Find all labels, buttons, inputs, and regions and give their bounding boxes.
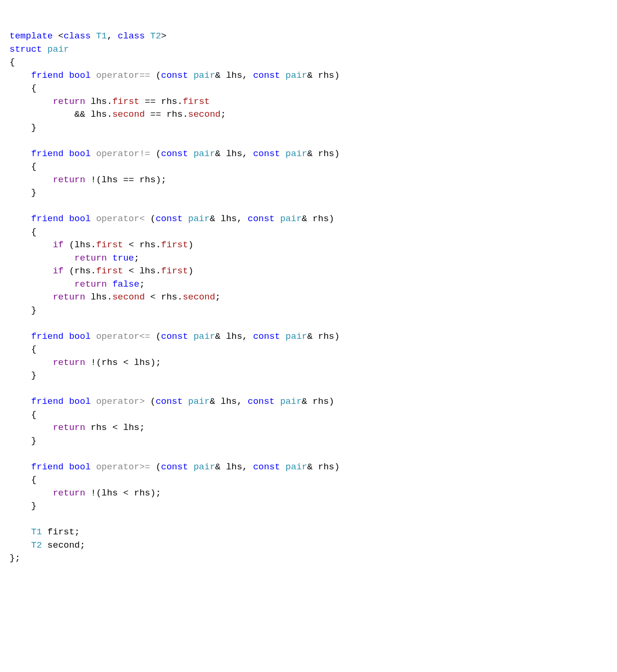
keyword-bool: bool [69, 396, 91, 407]
type-pair: pair [280, 396, 302, 407]
keyword-bool: bool [69, 214, 91, 224]
keyword-const: const [253, 149, 280, 159]
type-T1: T1 [31, 527, 42, 537]
keyword-friend: friend [31, 396, 64, 407]
member-second: second [112, 109, 145, 120]
type-pair: pair [286, 70, 308, 81]
member-second: second [188, 109, 220, 120]
keyword-const: const [161, 331, 188, 342]
member-first: first [161, 266, 188, 276]
type-pair: pair [47, 44, 69, 55]
member-first: first [161, 240, 188, 250]
keyword-const: const [253, 462, 280, 472]
param-lhs: lhs [221, 214, 237, 224]
id-lhs: lhs [91, 109, 107, 120]
id-lhs: lhs [91, 292, 107, 302]
type-pair: pair [188, 214, 210, 224]
param-rhs: rhs [318, 462, 334, 472]
keyword-const: const [253, 331, 280, 342]
member-second: second [183, 292, 215, 302]
keyword-return: return [53, 357, 85, 368]
id-rhs: rhs [161, 96, 177, 107]
type-pair: pair [286, 331, 308, 342]
param-lhs: lhs [226, 331, 242, 342]
keyword-return: return [53, 422, 85, 433]
id-rhs: rhs [140, 175, 156, 185]
keyword-true: true [112, 253, 134, 263]
id-lhs: lhs [140, 266, 156, 276]
param-rhs: rhs [318, 331, 334, 342]
keyword-friend: friend [31, 70, 64, 81]
type-pair: pair [194, 331, 215, 342]
keyword-return: return [53, 488, 85, 498]
keyword-const: const [253, 70, 280, 81]
keyword-if: if [53, 266, 64, 276]
member-first: first [96, 266, 123, 276]
member-first: first [183, 96, 210, 107]
keyword-return: return [53, 292, 85, 302]
type-T2: T2 [31, 540, 42, 551]
keyword-return: return [53, 175, 85, 185]
keyword-const: const [161, 462, 188, 472]
param-lhs: lhs [226, 70, 242, 81]
param-rhs: rhs [318, 70, 334, 81]
keyword-template: template [9, 31, 53, 41]
keyword-const: const [248, 396, 275, 407]
member-decl-first: first [47, 527, 75, 537]
keyword-class: class [64, 31, 91, 41]
member-first: first [112, 96, 140, 107]
param-lhs: lhs [226, 149, 242, 159]
member-second: second [112, 292, 145, 302]
keyword-bool: bool [69, 149, 91, 159]
type-pair: pair [280, 214, 302, 224]
keyword-return: return [53, 96, 85, 107]
id-lhs: lhs [91, 96, 107, 107]
func-operator-lt: operator< [96, 214, 145, 224]
keyword-const: const [161, 149, 188, 159]
keyword-class: class [118, 31, 145, 41]
id-lhs: lhs [102, 175, 118, 185]
id-rhs: rhs [140, 240, 156, 250]
param-rhs: rhs [318, 149, 334, 159]
member-decl-second: second [47, 540, 80, 551]
param-lhs: lhs [221, 396, 237, 407]
keyword-bool: bool [69, 70, 91, 81]
keyword-struct: struct [9, 44, 42, 55]
member-first: first [96, 240, 123, 250]
param-rhs: rhs [313, 396, 329, 407]
id-rhs: rhs [102, 357, 118, 368]
id-rhs: rhs [167, 109, 183, 120]
id-rhs: rhs [161, 292, 177, 302]
keyword-bool: bool [69, 462, 91, 472]
id-rhs: rhs [75, 266, 91, 276]
keyword-return: return [75, 253, 107, 263]
type-T2: T2 [150, 31, 161, 41]
id-lhs: lhs [123, 422, 139, 433]
type-pair: pair [286, 462, 308, 472]
type-pair: pair [286, 149, 308, 159]
keyword-if: if [53, 240, 64, 250]
func-operator-ge: operator>= [96, 462, 150, 472]
code-block: template <class T1, class T2> struct pai… [9, 30, 608, 565]
type-pair: pair [188, 396, 210, 407]
id-lhs: lhs [102, 488, 118, 498]
func-operator-gt: operator> [96, 396, 145, 407]
type-pair: pair [194, 149, 215, 159]
keyword-const: const [161, 70, 188, 81]
func-operator-le: operator<= [96, 331, 150, 342]
func-operator-eq: operator== [96, 70, 150, 81]
param-lhs: lhs [226, 462, 242, 472]
param-rhs: rhs [313, 214, 329, 224]
keyword-friend: friend [31, 462, 64, 472]
keyword-friend: friend [31, 149, 64, 159]
keyword-const: const [156, 396, 183, 407]
id-lhs: lhs [134, 357, 150, 368]
keyword-return: return [75, 279, 107, 289]
type-pair: pair [194, 70, 215, 81]
keyword-const: const [248, 214, 275, 224]
keyword-bool: bool [69, 331, 91, 342]
type-pair: pair [194, 462, 215, 472]
id-rhs: rhs [91, 422, 107, 433]
func-operator-ne: operator!= [96, 149, 150, 159]
keyword-false: false [112, 279, 140, 289]
